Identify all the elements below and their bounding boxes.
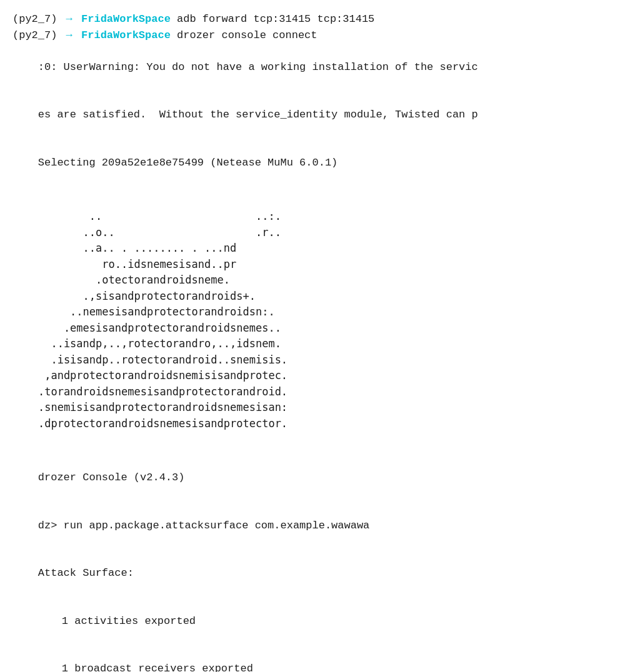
terminal-line-attack-surface: Attack Surface:: [12, 550, 608, 598]
env-name-2: py2_7: [19, 27, 51, 44]
command-text-1: adb forward tcp:31415 tcp:31415: [171, 11, 374, 27]
env-bracket-open-2: (: [12, 27, 19, 44]
prompt-arrow-2: →: [59, 27, 79, 44]
env-name-1: py2_7: [19, 11, 51, 27]
output-text-3: :0: UserWarning: You do not have a worki…: [38, 61, 478, 73]
activities-text: 1 activities exported: [62, 615, 196, 627]
terminal-line-2: (py2_7) → FridaWorkSpace drozer console …: [12, 27, 608, 44]
drozer-version-text: drozer Console (v2.4.3): [38, 472, 185, 483]
terminal-line-3: :0: UserWarning: You do not have a worki…: [12, 43, 608, 91]
attack-surface-label: Attack Surface:: [38, 567, 134, 579]
terminal-line-dz-command: dz> run app.package.attacksurface com.ex…: [12, 502, 608, 550]
blank-line-1: [12, 187, 608, 203]
workspace-name-2: FridaWorkSpace: [81, 27, 171, 44]
ascii-art-logo: .. ..:. ..o.. .r.. ..a.. . ........ . ..…: [12, 209, 608, 432]
workspace-name-1: FridaWorkSpace: [81, 11, 171, 27]
terminal-container: (py2_7) → FridaWorkSpace adb forward tcp…: [12, 11, 608, 672]
blank-line-2: [12, 438, 608, 454]
env-bracket-open-1: (: [12, 11, 19, 27]
terminal-line-broadcast: 1 broadcast receivers exported: [12, 645, 608, 673]
dz-command-text: dz> run app.package.attacksurface com.ex…: [38, 520, 370, 531]
broadcast-text: 1 broadcast receivers exported: [62, 663, 253, 672]
command-text-2: drozer console connect: [171, 27, 318, 44]
terminal-line-activities: 1 activities exported: [12, 597, 608, 645]
terminal-line-drozer-version: drozer Console (v2.4.3): [12, 454, 608, 502]
prompt-arrow-1: →: [59, 11, 79, 27]
env-bracket-close-2: ): [51, 27, 57, 44]
terminal-line-1: (py2_7) → FridaWorkSpace adb forward tcp…: [12, 11, 608, 27]
output-text-4: es are satisfied. Without the service_id…: [38, 109, 478, 121]
output-text-5: Selecting 209a52e1e8e75499 (Netease MuMu…: [38, 157, 338, 169]
terminal-line-4: es are satisfied. Without the service_id…: [12, 91, 608, 139]
terminal-line-5: Selecting 209a52e1e8e75499 (Netease MuMu…: [12, 139, 608, 187]
env-bracket-close-1: ): [51, 11, 57, 27]
